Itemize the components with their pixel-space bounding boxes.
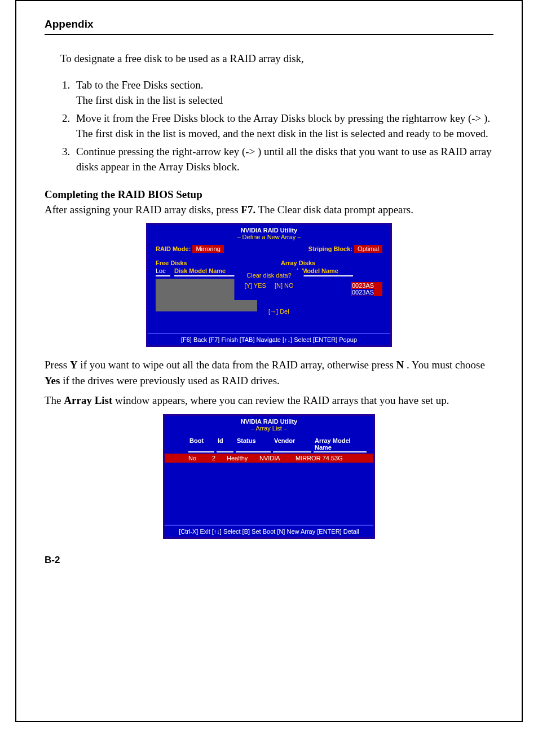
serial-1: 0023AS — [352, 282, 374, 289]
step-1-main: Tab to the Free Disks section. — [76, 79, 204, 91]
press-y-key: Y — [70, 359, 78, 371]
bios-array-list-window: NVIDIA RAID Utility – Array List – Boot … — [163, 414, 375, 539]
disk-model-col: Disk Model Name — [174, 267, 236, 276]
dialog-no[interactable]: [N] NO — [275, 282, 294, 289]
al-pre: The — [45, 394, 64, 406]
bios1-mid-labels: Free Disks Array Disks — [148, 254, 390, 267]
bios2-col-headers: Boot Id Status Vendor Array Model Name — [165, 433, 373, 454]
steps-list: Tab to the Free Disks section. The first… — [60, 77, 493, 175]
col-status: Status — [236, 437, 271, 452]
al-bold: Array List — [64, 394, 112, 406]
serial-2: 0023AS — [352, 289, 374, 296]
after-post: The Clear disk data prompt appears. — [258, 204, 413, 216]
bios1-body: Clear disk data? [Y] YES [N] NO 0023AS 0… — [148, 276, 390, 333]
free-disks-label: Free Disks — [156, 260, 257, 266]
array-disks-label: Array Disks — [281, 260, 382, 266]
after-key: F7. — [241, 204, 255, 216]
press-y-post2: if the drives were previously used as RA… — [63, 375, 280, 386]
clear-disk-dialog: Clear disk data? [Y] YES [N] NO — [234, 270, 303, 300]
bios-define-array-window: NVIDIA RAID Utility – Define a New Array… — [146, 223, 392, 347]
intro-text: To designate a free disk to be used as a… — [60, 51, 493, 67]
step-2: Move it from the Free Disks block to the… — [73, 111, 493, 142]
raid-mode-field: RAID Mode: Mirroring — [156, 245, 224, 253]
step-2-main: Move it from the Free Disks block to the… — [76, 112, 490, 124]
press-y-post: . You must choose — [407, 359, 485, 371]
step-1: Tab to the Free Disks section. The first… — [73, 77, 493, 108]
bios2-subtitle: – Array List – — [165, 425, 373, 432]
bios1-title: NVIDIA RAID Utility – Define a New Array… — [148, 225, 390, 241]
bios1-subtitle: – Define a New Array – — [148, 234, 390, 240]
array-row-1[interactable]: No 2 Healthy NVIDIA MIRROR 74.53G — [165, 454, 373, 463]
bios2-footer: [Ctrl-X] Exit [↑↓] Select [B] Set Boot [… — [165, 525, 373, 537]
section-heading: Completing the RAID BIOS Setup — [45, 188, 493, 201]
col-id: Id — [217, 437, 233, 452]
bios1-footer: [F6] Back [F7] Finish [TAB] Navigate [↑↓… — [148, 333, 390, 345]
striping-value: Optimal — [354, 245, 382, 253]
row-boot: No — [188, 455, 212, 461]
step-1-sub: The first disk in the list is selected — [76, 93, 493, 108]
col-boot: Boot — [188, 437, 214, 452]
page: Appendix To designate a free disk to be … — [15, 0, 523, 722]
press-y-pre: Press — [45, 359, 70, 371]
raid-mode-label: RAID Mode: — [156, 245, 191, 252]
after-assigning-text: After assigning your RAID array disks, p… — [45, 202, 493, 218]
bios1-title-text: NVIDIA RAID Utility — [241, 227, 297, 234]
page-number: B-2 — [45, 555, 493, 566]
after-pre: After assigning your RAID array disks, p… — [45, 204, 241, 216]
page-header: Appendix — [45, 18, 493, 35]
bios2-spacer — [165, 463, 373, 525]
col-vendor: Vendor — [273, 437, 311, 452]
press-n-key: N — [396, 359, 404, 371]
dialog-options: [Y] YES [N] NO — [241, 282, 297, 289]
step-2-sub: The first disk in the list is moved, and… — [76, 126, 493, 142]
col-array-model: Array Model Name — [314, 437, 367, 452]
press-y-mid: if you want to wipe out all the data fro… — [80, 359, 396, 371]
bios-screenshot-1-wrap: NVIDIA RAID Utility – Define a New Array… — [45, 223, 493, 347]
row-id: 2 — [212, 455, 227, 461]
bios-screenshot-2-wrap: NVIDIA RAID Utility – Array List – Boot … — [45, 414, 493, 539]
row-status: Healthy — [227, 455, 259, 461]
press-y-text: Press Y if you want to wipe out all the … — [45, 357, 493, 388]
dialog-yes[interactable]: [Y] YES — [244, 282, 266, 289]
step-3-main: Continue pressing the right-arrow key (-… — [76, 146, 492, 173]
array-list-text: The Array List window appears, where you… — [45, 393, 493, 408]
striping-field: Striping Block: Optimal — [308, 245, 382, 253]
step-3: Continue pressing the right-arrow key (-… — [73, 144, 493, 175]
striping-label: Striping Block: — [308, 245, 352, 252]
bios2-title: NVIDIA RAID Utility – Array List – — [165, 416, 373, 433]
array-disk-serial-1: 0023AS 0023AS — [351, 282, 382, 296]
loc-col: Loc — [156, 267, 170, 276]
yes-bold: Yes — [45, 375, 60, 386]
disk-model-col-r: k Model Name — [297, 267, 353, 276]
row-array-model: MIRROR 74.53G — [296, 455, 369, 461]
dialog-question: Clear disk data? — [241, 272, 297, 279]
row-vendor: NVIDIA — [259, 455, 296, 461]
raid-mode-value: Mirroring — [192, 245, 223, 253]
al-post: window appears, where you can review the… — [115, 394, 449, 406]
bios1-top-row: RAID Mode: Mirroring Striping Block: Opt… — [148, 241, 390, 254]
bios2-title-text: NVIDIA RAID Utility — [241, 418, 297, 425]
